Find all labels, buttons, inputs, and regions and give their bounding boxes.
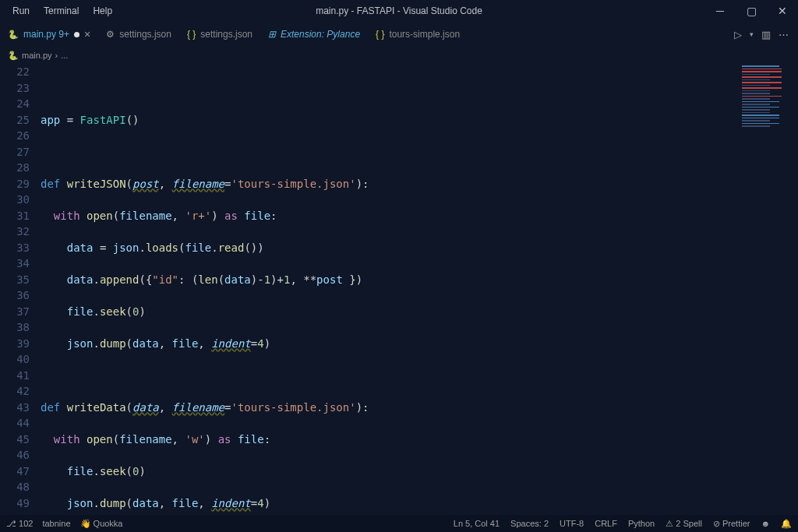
- tab-label: main.py 9+: [23, 29, 69, 40]
- spell-check[interactable]: ⚠ 2 Spell: [666, 519, 702, 529]
- tab-settings-json-2[interactable]: { } settings.json: [179, 22, 260, 47]
- tab-label: tours-simple.json: [389, 29, 460, 40]
- json-icon: { }: [376, 29, 384, 40]
- code-content[interactable]: app = FastAPI() def writeJSON(post, file…: [41, 64, 798, 515]
- tab-main-py[interactable]: main.py 9+ ×: [0, 22, 98, 47]
- titlebar: Run Terminal Help main.py - FASTAPI - Vi…: [0, 0, 798, 22]
- eol-indicator[interactable]: CRLF: [595, 519, 617, 528]
- prettier-status[interactable]: ⊘ Prettier: [713, 519, 750, 529]
- bell-icon[interactable]: 🔔: [781, 519, 792, 529]
- dirty-indicator: [74, 32, 79, 37]
- minimize-button[interactable]: ─: [704, 0, 736, 22]
- spaces-indicator[interactable]: Spaces: 2: [510, 519, 549, 528]
- minimap[interactable]: [740, 64, 790, 157]
- menu-terminal[interactable]: Terminal: [37, 3, 85, 19]
- json-icon: { }: [187, 29, 196, 40]
- tab-close-icon[interactable]: ×: [84, 28, 90, 41]
- breadcrumb-file: main.py: [22, 51, 52, 60]
- close-button[interactable]: ✕: [767, 0, 798, 22]
- cursor-position[interactable]: Ln 5, Col 41: [454, 519, 500, 528]
- line-numbers: 2223242526272829303132333435363738394041…: [0, 64, 41, 515]
- editor-actions: ▷ ▾ ▥ ⋯: [734, 29, 798, 41]
- breadcrumb-separator: ›: [55, 51, 58, 60]
- menu-run[interactable]: Run: [6, 3, 36, 19]
- breadcrumb[interactable]: main.py › ...: [0, 47, 798, 64]
- menu-bar: Run Terminal Help: [0, 3, 118, 19]
- maximize-button[interactable]: ▢: [736, 0, 767, 22]
- tab-label: settings.json: [200, 29, 252, 40]
- menu-help[interactable]: Help: [87, 3, 118, 19]
- breadcrumb-rest: ...: [61, 51, 68, 60]
- tabnine-status[interactable]: tabnine: [42, 519, 70, 528]
- run-icon[interactable]: ▷: [734, 29, 742, 41]
- extension-icon: ⊞: [268, 29, 276, 40]
- python-icon: [8, 29, 19, 40]
- encoding-indicator[interactable]: UTF-8: [560, 519, 584, 528]
- run-dropdown-icon[interactable]: ▾: [750, 30, 754, 38]
- split-editor-icon[interactable]: ▥: [761, 29, 771, 41]
- statusbar: ⎇ 102 tabnine 👋 Quokka Ln 5, Col 41 Spac…: [0, 515, 798, 532]
- language-mode[interactable]: Python: [628, 519, 655, 528]
- tab-label: settings.json: [119, 29, 171, 40]
- tab-label: Extension: Pylance: [281, 29, 360, 40]
- quokka-status[interactable]: 👋 Quokka: [80, 519, 123, 529]
- python-icon: [8, 51, 19, 61]
- tab-extension-pylance[interactable]: ⊞ Extension: Pylance: [260, 22, 368, 47]
- feedback-icon[interactable]: ☻: [761, 519, 770, 528]
- window-title: main.py - FASTAPI - Visual Studio Code: [316, 5, 482, 16]
- tab-tours-json[interactable]: { } tours-simple.json: [368, 22, 468, 47]
- gear-icon: ⚙: [106, 29, 115, 40]
- tab-settings-json[interactable]: ⚙ settings.json: [98, 22, 179, 47]
- source-control-count[interactable]: ⎇ 102: [6, 519, 33, 529]
- more-actions-icon[interactable]: ⋯: [779, 29, 789, 41]
- editor-area[interactable]: 2223242526272829303132333435363738394041…: [0, 64, 798, 515]
- editor-tabs: main.py 9+ × ⚙ settings.json { } setting…: [0, 22, 798, 47]
- window-controls: ─ ▢ ✕: [704, 0, 798, 22]
